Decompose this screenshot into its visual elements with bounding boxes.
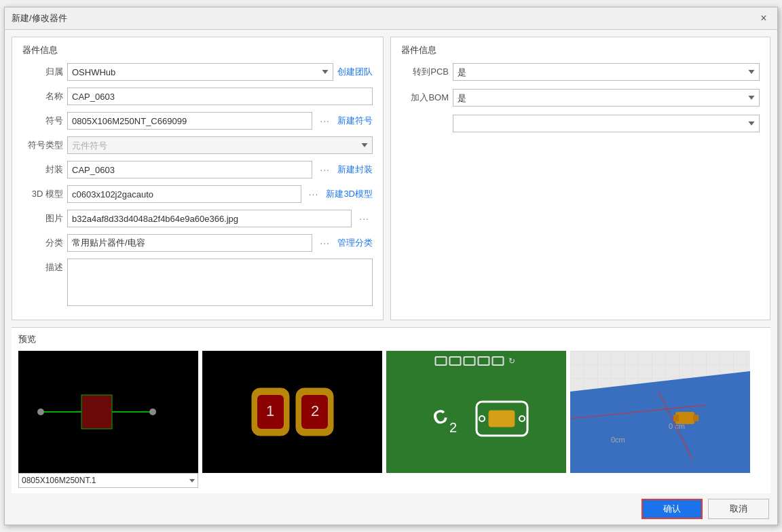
to-pcb-label: 转到PCB <box>401 66 449 78</box>
desc-textarea[interactable] <box>67 259 373 306</box>
owner-label: 归属 <box>22 66 63 78</box>
schematic-container <box>18 351 198 473</box>
preview-title: 预览 <box>18 333 764 345</box>
desc-label: 描述 <box>22 259 63 273</box>
model3d-label: 3D 模型 <box>22 188 63 200</box>
name-row: 名称 <box>22 88 373 105</box>
footprint-svg: 1 2 <box>238 364 347 459</box>
svg-rect-27 <box>673 415 679 421</box>
category-input[interactable] <box>67 234 312 252</box>
image-row: 图片 ··· <box>22 210 373 227</box>
main-content: 器件信息 归属 OSHWHub 创建团队 名称 符号 ··· 新建符号 <box>5 30 777 327</box>
schematic-dropdown[interactable]: 0805X106M250NT.1 <box>18 473 198 488</box>
owner-row: 归属 OSHWHub 创建团队 <box>22 63 373 81</box>
title-bar: 新建/修改器件 × <box>5 7 777 30</box>
svg-rect-28 <box>693 415 699 421</box>
pcb3d-container: ↻ C 2 <box>386 351 566 473</box>
name-label: 名称 <box>22 90 63 102</box>
package-input[interactable] <box>67 161 312 178</box>
left-panel: 器件信息 归属 OSHWHub 创建团队 名称 符号 ··· 新建符号 <box>12 37 384 320</box>
symbol-type-row: 符号类型 元件符号 <box>22 136 373 154</box>
svg-rect-6 <box>81 395 112 429</box>
svg-point-4 <box>37 408 44 415</box>
symbol-dots-button[interactable]: ··· <box>316 113 333 128</box>
image-input[interactable] <box>67 210 352 227</box>
image-label: 图片 <box>22 212 63 225</box>
svg-point-17 <box>479 416 485 421</box>
model3d-dots-button[interactable]: ··· <box>305 187 322 202</box>
symbol-input[interactable] <box>67 112 312 130</box>
svg-text:2: 2 <box>310 402 318 419</box>
create-team-button[interactable]: 创建团队 <box>337 66 373 78</box>
to-pcb-row: 转到PCB 是 <box>401 63 760 81</box>
cancel-button[interactable]: 取消 <box>708 499 769 519</box>
preview-footprint: 1 2 <box>202 351 382 473</box>
preview-photo: 0cm 0 cm <box>570 351 750 473</box>
right-panel: 器件信息 转到PCB 是 加入BOM 是 <box>390 37 770 320</box>
symbol-label: 符号 <box>22 115 63 127</box>
add-bom-row: 加入BOM 是 <box>401 89 760 107</box>
dialog: 新建/修改器件 × 器件信息 归属 OSHWHub 创建团队 名称 符号 <box>4 7 778 525</box>
image-dots-button[interactable]: ··· <box>356 211 373 226</box>
package-row: 封装 ··· 新建封装 <box>22 161 373 178</box>
schematic-svg <box>34 368 183 456</box>
bottom-bar: 确认 取消 <box>5 493 777 525</box>
svg-text:2: 2 <box>449 420 457 435</box>
preview-images: 0805X106M250NT.1 1 2 <box>18 351 764 488</box>
desc-row: 描述 <box>22 259 373 306</box>
category-row: 分类 ··· 管理分类 <box>22 234 373 252</box>
name-input[interactable] <box>67 88 373 105</box>
preview-section: 预览 <box>12 327 770 493</box>
preview-3d: ↻ C 2 <box>386 351 566 473</box>
close-button[interactable]: × <box>757 12 770 25</box>
package-dots-button[interactable]: ··· <box>316 162 333 177</box>
extra-select-row <box>401 115 760 132</box>
manage-category-button[interactable]: 管理分类 <box>337 237 373 249</box>
left-section-title: 器件信息 <box>22 44 373 56</box>
photo-container: 0cm 0 cm <box>570 351 750 473</box>
confirm-button[interactable]: 确认 <box>641 499 703 519</box>
footprint-container: 1 2 <box>202 351 382 473</box>
svg-point-5 <box>149 408 156 415</box>
svg-rect-16 <box>489 411 515 427</box>
model3d-input[interactable] <box>67 185 301 203</box>
add-bom-select[interactable]: 是 <box>453 89 760 107</box>
owner-select[interactable]: OSHWHub <box>67 63 333 81</box>
create-symbol-button[interactable]: 新建符号 <box>337 115 373 127</box>
category-label: 分类 <box>22 237 63 249</box>
svg-text:1: 1 <box>265 402 274 419</box>
extra-select[interactable] <box>453 115 760 132</box>
symbol-type-label: 符号类型 <box>22 139 63 151</box>
add-bom-label: 加入BOM <box>401 92 449 104</box>
create-model3d-button[interactable]: 新建3D模型 <box>326 188 373 200</box>
dialog-title: 新建/修改器件 <box>12 12 67 24</box>
preview-schematic: 0805X106M250NT.1 <box>18 351 198 488</box>
pcb3d-svg: C 2 <box>409 371 544 466</box>
svg-point-18 <box>519 416 525 421</box>
to-pcb-select[interactable]: 是 <box>453 63 760 81</box>
right-section-title: 器件信息 <box>401 44 760 56</box>
package-label: 封装 <box>22 164 63 176</box>
model3d-row: 3D 模型 ··· 新建3D模型 <box>22 185 373 203</box>
symbol-row: 符号 ··· 新建符号 <box>22 112 373 130</box>
svg-text:C: C <box>430 405 450 430</box>
category-dots-button[interactable]: ··· <box>316 235 333 250</box>
create-package-button[interactable]: 新建封装 <box>337 164 373 176</box>
symbol-type-select[interactable]: 元件符号 <box>67 136 373 154</box>
photo-svg: 0cm 0 cm <box>570 351 750 473</box>
svg-text:0cm: 0cm <box>611 436 625 444</box>
